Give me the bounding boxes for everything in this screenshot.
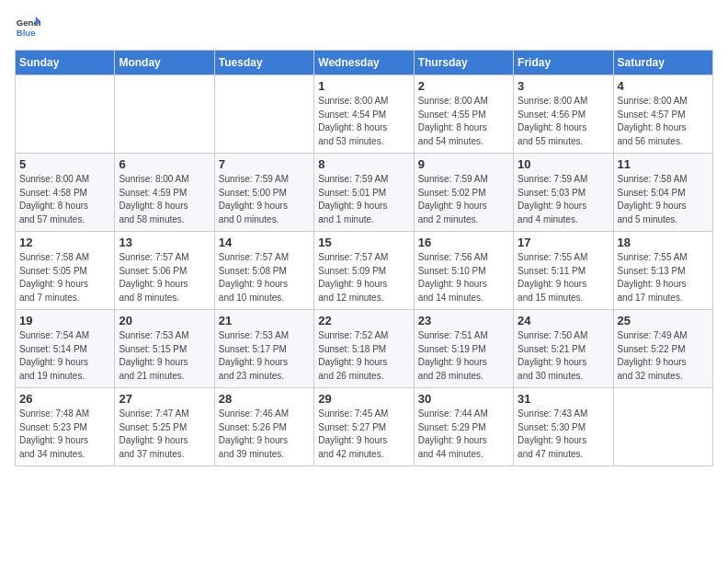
day-info: Sunrise: 7:53 AM Sunset: 5:17 PM Dayligh… (219, 329, 310, 383)
calendar-day-cell: 4Sunrise: 8:00 AM Sunset: 4:57 PM Daylig… (613, 75, 712, 154)
calendar-day-cell: 12Sunrise: 7:58 AM Sunset: 5:05 PM Dayli… (16, 232, 115, 310)
day-info: Sunrise: 7:46 AM Sunset: 5:26 PM Dayligh… (219, 408, 310, 461)
day-info: Sunrise: 7:57 AM Sunset: 5:08 PM Dayligh… (219, 251, 310, 304)
day-number: 15 (318, 236, 409, 249)
day-number: 16 (418, 236, 509, 249)
calendar-day-cell (613, 388, 712, 466)
day-info: Sunrise: 7:54 AM Sunset: 5:14 PM Dayligh… (19, 329, 110, 383)
weekday-header-cell: Sunday (16, 51, 115, 75)
calendar-week-row: 12Sunrise: 7:58 AM Sunset: 5:05 PM Dayli… (16, 232, 713, 310)
day-number: 8 (318, 157, 409, 171)
day-number: 12 (19, 236, 110, 249)
calendar-day-cell: 2Sunrise: 8:00 AM Sunset: 4:55 PM Daylig… (414, 75, 513, 154)
day-info: Sunrise: 7:51 AM Sunset: 5:19 PM Dayligh… (418, 329, 509, 383)
calendar-day-cell: 20Sunrise: 7:53 AM Sunset: 5:15 PM Dayli… (115, 310, 214, 388)
calendar-day-cell (16, 75, 115, 154)
day-number: 1 (318, 79, 409, 93)
day-number: 26 (19, 392, 110, 406)
calendar-day-cell: 14Sunrise: 7:57 AM Sunset: 5:08 PM Dayli… (214, 232, 313, 310)
weekday-header-row: SundayMondayTuesdayWednesdayThursdayFrid… (16, 51, 713, 75)
day-number: 7 (219, 157, 310, 171)
calendar-day-cell: 25Sunrise: 7:49 AM Sunset: 5:22 PM Dayli… (613, 310, 712, 388)
calendar-week-row: 1Sunrise: 8:00 AM Sunset: 4:54 PM Daylig… (16, 75, 713, 154)
calendar-day-cell: 3Sunrise: 8:00 AM Sunset: 4:56 PM Daylig… (514, 75, 613, 154)
calendar-day-cell: 24Sunrise: 7:50 AM Sunset: 5:21 PM Dayli… (514, 310, 613, 388)
day-number: 13 (119, 236, 210, 249)
day-info: Sunrise: 7:53 AM Sunset: 5:15 PM Dayligh… (119, 329, 210, 383)
day-info: Sunrise: 7:44 AM Sunset: 5:29 PM Dayligh… (418, 408, 509, 461)
day-number: 28 (219, 392, 310, 406)
calendar-day-cell: 11Sunrise: 7:58 AM Sunset: 5:04 PM Dayli… (613, 154, 712, 232)
logo-icon: General Blue (15, 15, 40, 40)
day-info: Sunrise: 7:52 AM Sunset: 5:18 PM Dayligh… (318, 329, 409, 383)
day-number: 21 (219, 314, 310, 327)
day-number: 3 (518, 79, 609, 93)
day-info: Sunrise: 7:59 AM Sunset: 5:02 PM Dayligh… (418, 173, 509, 226)
day-info: Sunrise: 7:47 AM Sunset: 5:25 PM Dayligh… (119, 408, 210, 461)
day-info: Sunrise: 7:59 AM Sunset: 5:01 PM Dayligh… (318, 173, 409, 226)
weekday-header-cell: Wednesday (314, 51, 414, 75)
calendar-day-cell: 30Sunrise: 7:44 AM Sunset: 5:29 PM Dayli… (414, 388, 513, 466)
day-number: 30 (418, 392, 509, 406)
day-number: 27 (119, 392, 210, 406)
day-number: 22 (318, 314, 409, 327)
calendar-day-cell: 17Sunrise: 7:55 AM Sunset: 5:11 PM Dayli… (514, 232, 613, 310)
day-info: Sunrise: 8:00 AM Sunset: 4:54 PM Dayligh… (318, 95, 409, 148)
calendar-day-cell: 28Sunrise: 7:46 AM Sunset: 5:26 PM Dayli… (214, 388, 313, 466)
calendar-day-cell: 27Sunrise: 7:47 AM Sunset: 5:25 PM Dayli… (115, 388, 214, 466)
day-number: 6 (119, 157, 210, 171)
day-info: Sunrise: 7:43 AM Sunset: 5:30 PM Dayligh… (518, 408, 609, 461)
calendar-body: 1Sunrise: 8:00 AM Sunset: 4:54 PM Daylig… (16, 75, 713, 466)
calendar-week-row: 26Sunrise: 7:48 AM Sunset: 5:23 PM Dayli… (16, 388, 713, 466)
day-number: 25 (618, 314, 709, 327)
day-number: 29 (318, 392, 409, 406)
calendar-day-cell: 7Sunrise: 7:59 AM Sunset: 5:00 PM Daylig… (214, 154, 313, 232)
calendar-day-cell: 9Sunrise: 7:59 AM Sunset: 5:02 PM Daylig… (414, 154, 513, 232)
day-info: Sunrise: 7:45 AM Sunset: 5:27 PM Dayligh… (318, 408, 409, 461)
weekday-header-cell: Saturday (613, 51, 712, 75)
calendar-day-cell: 10Sunrise: 7:59 AM Sunset: 5:03 PM Dayli… (514, 154, 613, 232)
calendar-table: SundayMondayTuesdayWednesdayThursdayFrid… (15, 50, 713, 466)
day-info: Sunrise: 7:58 AM Sunset: 5:04 PM Dayligh… (618, 173, 709, 226)
day-number: 2 (418, 79, 509, 93)
day-number: 14 (219, 236, 310, 249)
day-number: 17 (518, 236, 609, 249)
day-number: 31 (518, 392, 609, 406)
calendar-day-cell: 16Sunrise: 7:56 AM Sunset: 5:10 PM Dayli… (414, 232, 513, 310)
calendar-day-cell: 19Sunrise: 7:54 AM Sunset: 5:14 PM Dayli… (16, 310, 115, 388)
calendar-day-cell: 22Sunrise: 7:52 AM Sunset: 5:18 PM Dayli… (314, 310, 414, 388)
calendar-day-cell: 18Sunrise: 7:55 AM Sunset: 5:13 PM Dayli… (613, 232, 712, 310)
svg-text:Blue: Blue (17, 28, 36, 38)
day-info: Sunrise: 7:59 AM Sunset: 5:03 PM Dayligh… (518, 173, 609, 226)
page-header: General Blue (15, 15, 713, 40)
day-number: 4 (618, 79, 709, 93)
calendar-day-cell: 21Sunrise: 7:53 AM Sunset: 5:17 PM Dayli… (214, 310, 313, 388)
weekday-header-cell: Thursday (414, 51, 513, 75)
calendar-day-cell: 8Sunrise: 7:59 AM Sunset: 5:01 PM Daylig… (314, 154, 414, 232)
calendar-day-cell: 23Sunrise: 7:51 AM Sunset: 5:19 PM Dayli… (414, 310, 513, 388)
calendar-week-row: 5Sunrise: 8:00 AM Sunset: 4:58 PM Daylig… (16, 154, 713, 232)
calendar-day-cell: 26Sunrise: 7:48 AM Sunset: 5:23 PM Dayli… (16, 388, 115, 466)
day-info: Sunrise: 7:55 AM Sunset: 5:13 PM Dayligh… (618, 251, 709, 304)
day-info: Sunrise: 7:59 AM Sunset: 5:00 PM Dayligh… (219, 173, 310, 226)
day-number: 19 (19, 314, 110, 327)
day-number: 10 (518, 157, 609, 171)
day-info: Sunrise: 8:00 AM Sunset: 4:56 PM Dayligh… (518, 95, 609, 148)
calendar-day-cell: 29Sunrise: 7:45 AM Sunset: 5:27 PM Dayli… (314, 388, 414, 466)
day-number: 18 (618, 236, 709, 249)
day-info: Sunrise: 7:58 AM Sunset: 5:05 PM Dayligh… (19, 251, 110, 304)
day-info: Sunrise: 7:49 AM Sunset: 5:22 PM Dayligh… (618, 329, 709, 383)
day-number: 23 (418, 314, 509, 327)
day-info: Sunrise: 8:00 AM Sunset: 4:59 PM Dayligh… (119, 173, 210, 226)
day-number: 24 (518, 314, 609, 327)
calendar-day-cell: 15Sunrise: 7:57 AM Sunset: 5:09 PM Dayli… (314, 232, 414, 310)
calendar-day-cell: 13Sunrise: 7:57 AM Sunset: 5:06 PM Dayli… (115, 232, 214, 310)
calendar-day-cell (214, 75, 313, 154)
weekday-header-cell: Tuesday (214, 51, 313, 75)
day-number: 20 (119, 314, 210, 327)
day-info: Sunrise: 7:56 AM Sunset: 5:10 PM Dayligh… (418, 251, 509, 304)
day-number: 9 (418, 157, 509, 171)
day-info: Sunrise: 8:00 AM Sunset: 4:57 PM Dayligh… (618, 95, 709, 148)
day-info: Sunrise: 7:55 AM Sunset: 5:11 PM Dayligh… (518, 251, 609, 304)
day-info: Sunrise: 7:50 AM Sunset: 5:21 PM Dayligh… (518, 329, 609, 383)
